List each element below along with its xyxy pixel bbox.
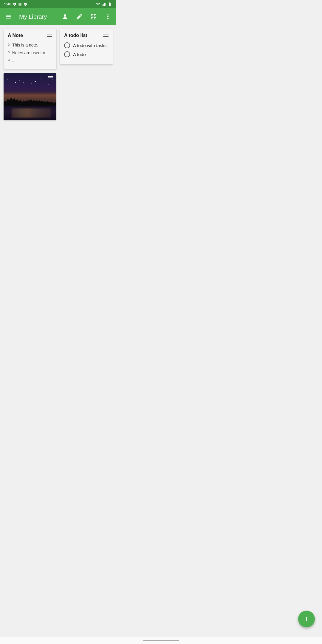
- svg-rect-0: [102, 5, 103, 6]
- status-bar-right: [96, 2, 112, 6]
- more-options-button[interactable]: [102, 11, 114, 23]
- svg-point-8: [27, 78, 27, 79]
- settings-icon: [13, 2, 16, 6]
- svg-point-6: [13, 78, 13, 78]
- note-card-menu-button[interactable]: [47, 35, 52, 37]
- svg-rect-2: [103, 4, 104, 6]
- svg-point-12: [52, 79, 52, 79]
- note-card-content: This is a note. Notes are used to ...: [4, 41, 56, 69]
- todo-card[interactable]: A todo list A todo with tasks A todo: [60, 29, 113, 64]
- edit-button[interactable]: [73, 11, 85, 23]
- note-card-header: A Note: [4, 29, 56, 41]
- todo-item-2: A todo: [64, 51, 109, 57]
- signal-icon: [102, 2, 106, 6]
- clipboard-icon: [18, 2, 22, 6]
- svg-point-9: [34, 80, 34, 80]
- image-card-menu-button[interactable]: [48, 76, 53, 78]
- svg-point-16: [23, 82, 24, 83]
- battery-icon: [107, 2, 112, 6]
- svg-rect-1: [103, 4, 103, 6]
- svg-point-11: [47, 81, 47, 81]
- night-landscape-image: [4, 73, 56, 120]
- note-card-title: A Note: [8, 33, 23, 38]
- bullet-icon-2: [8, 51, 10, 53]
- bullet-icon-1: [8, 44, 10, 46]
- svg-point-14: [38, 82, 38, 82]
- todo-circle-2: [64, 51, 70, 57]
- svg-rect-3: [104, 3, 105, 6]
- note-item-2: Notes are used to: [8, 50, 52, 56]
- svg-point-13: [31, 83, 32, 83]
- check-task-icon: [24, 2, 27, 6]
- status-time: 5:40: [4, 2, 11, 6]
- status-bar: 5:40: [0, 0, 116, 8]
- todo-card-menu-button[interactable]: [103, 35, 109, 37]
- bottom-spacer: [0, 124, 116, 148]
- note-card[interactable]: A Note This is a note. Notes are used to…: [4, 29, 56, 69]
- todo-card-header: A todo list: [60, 29, 113, 41]
- layout-button[interactable]: [88, 11, 100, 23]
- todo-card-title: A todo list: [64, 33, 87, 38]
- note-item-3: ...: [8, 58, 52, 64]
- page-title: My Library: [19, 13, 57, 20]
- note-item-more: ...: [12, 58, 16, 64]
- todo-circle-1: [64, 42, 70, 48]
- menu-button[interactable]: [2, 11, 14, 23]
- status-bar-left: 5:40: [4, 2, 27, 6]
- note-item-1: This is a note.: [8, 42, 52, 48]
- svg-point-20: [35, 81, 36, 82]
- svg-point-17: [48, 84, 49, 85]
- image-card[interactable]: [4, 73, 56, 120]
- app-bar: My Library: [0, 8, 116, 25]
- library-grid: A Note This is a note. Notes are used to…: [0, 25, 116, 124]
- svg-point-21: [15, 82, 16, 83]
- water-lights-reflection: [12, 108, 51, 118]
- todo-card-content: A todo with tasks A todo: [60, 41, 113, 64]
- todo-item-1: A todo with tasks: [64, 42, 109, 48]
- svg-point-10: [40, 78, 41, 78]
- svg-point-19: [9, 86, 9, 86]
- svg-point-5: [7, 79, 8, 79]
- svg-point-18: [55, 83, 55, 83]
- wifi-icon: [96, 2, 100, 6]
- svg-rect-4: [105, 3, 106, 6]
- svg-point-7: [19, 80, 19, 80]
- profile-button[interactable]: [59, 11, 71, 23]
- bullet-icon-3: [8, 59, 10, 61]
- svg-point-15: [17, 84, 17, 85]
